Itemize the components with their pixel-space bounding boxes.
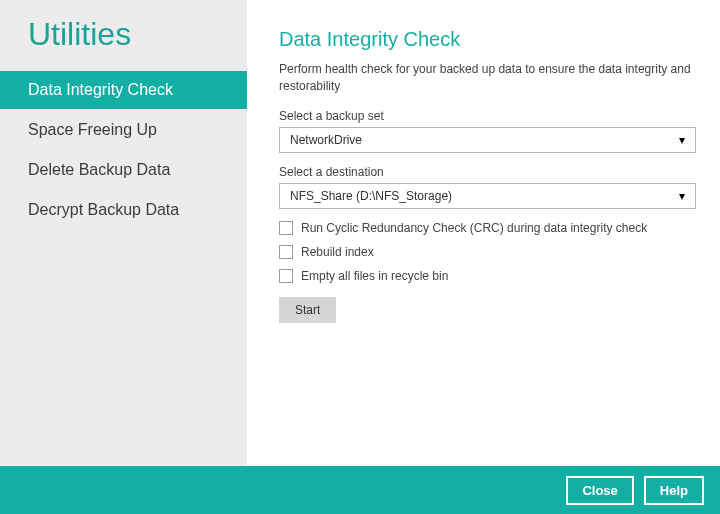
crc-checkbox-row[interactable]: Run Cyclic Redundancy Check (CRC) during… (279, 221, 696, 235)
sidebar-item-delete-backup-data[interactable]: Delete Backup Data (0, 151, 247, 189)
empty-checkbox-label: Empty all files in recycle bin (301, 269, 448, 283)
sidebar-item-space-freeing-up[interactable]: Space Freeing Up (0, 111, 247, 149)
rebuild-checkbox[interactable] (279, 245, 293, 259)
crc-checkbox[interactable] (279, 221, 293, 235)
chevron-down-icon: ▾ (679, 133, 685, 147)
sidebar-item-label: Decrypt Backup Data (28, 201, 179, 218)
empty-checkbox[interactable] (279, 269, 293, 283)
sidebar-item-decrypt-backup-data[interactable]: Decrypt Backup Data (0, 191, 247, 229)
rebuild-checkbox-label: Rebuild index (301, 245, 374, 259)
sidebar: Utilities Data Integrity Check Space Fre… (0, 0, 247, 466)
empty-checkbox-row[interactable]: Empty all files in recycle bin (279, 269, 696, 283)
start-button[interactable]: Start (279, 297, 336, 323)
close-button[interactable]: Close (566, 476, 633, 505)
destination-value: NFS_Share (D:\NFS_Storage) (290, 189, 452, 203)
content-panel: Data Integrity Check Perform health chec… (247, 0, 720, 466)
sidebar-item-data-integrity-check[interactable]: Data Integrity Check (0, 71, 247, 109)
backup-set-label: Select a backup set (279, 109, 696, 123)
page-description: Perform health check for your backed up … (279, 61, 696, 95)
backup-set-value: NetworkDrive (290, 133, 362, 147)
crc-checkbox-label: Run Cyclic Redundancy Check (CRC) during… (301, 221, 647, 235)
footer: Close Help (0, 466, 720, 514)
rebuild-checkbox-row[interactable]: Rebuild index (279, 245, 696, 259)
page-title: Data Integrity Check (279, 28, 696, 51)
help-button[interactable]: Help (644, 476, 704, 505)
destination-select[interactable]: NFS_Share (D:\NFS_Storage) ▾ (279, 183, 696, 209)
sidebar-item-label: Space Freeing Up (28, 121, 157, 138)
main-container: Utilities Data Integrity Check Space Fre… (0, 0, 720, 466)
sidebar-item-label: Delete Backup Data (28, 161, 170, 178)
sidebar-title: Utilities (0, 0, 247, 71)
backup-set-select[interactable]: NetworkDrive ▾ (279, 127, 696, 153)
sidebar-item-label: Data Integrity Check (28, 81, 173, 98)
destination-label: Select a destination (279, 165, 696, 179)
chevron-down-icon: ▾ (679, 189, 685, 203)
